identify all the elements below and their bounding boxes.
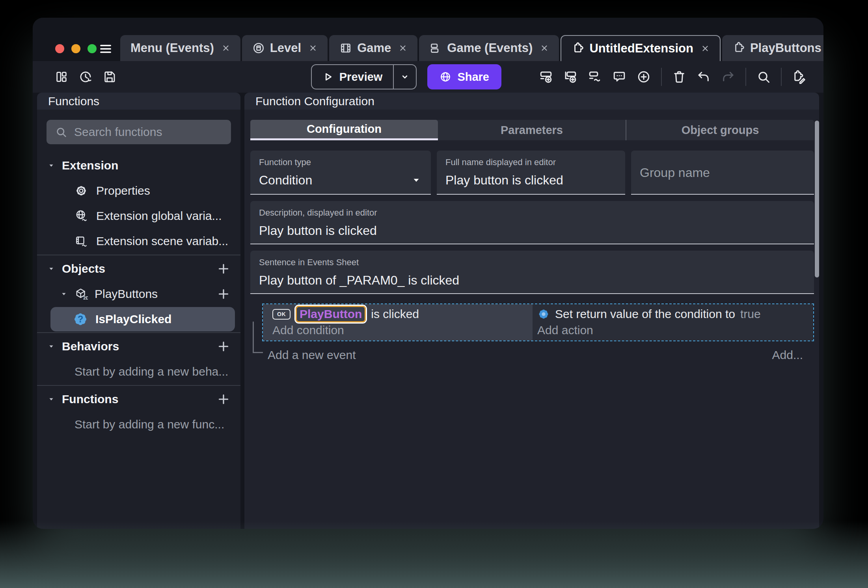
add-function-button[interactable]	[217, 393, 230, 406]
delete-button[interactable]	[672, 70, 686, 84]
tab-object-groups[interactable]: Object groups	[626, 120, 814, 140]
toolbar-divider	[745, 68, 746, 86]
tab-untitled-extension[interactable]: UntitledExtension	[561, 35, 721, 61]
plus-icon	[217, 340, 230, 353]
action-value[interactable]: true	[740, 307, 761, 321]
toolbar: Preview Share	[33, 61, 823, 93]
field-label: Description, displayed in editor	[259, 208, 805, 218]
close-icon[interactable]	[399, 44, 407, 52]
field-value: Play button is clicked	[259, 223, 805, 238]
caret-down-icon[interactable]	[60, 290, 68, 298]
sidebar-item-extension-global-variables[interactable]: Extension global varia...	[37, 203, 240, 229]
save-icon	[103, 70, 116, 84]
add-object-function-button[interactable]	[217, 287, 230, 301]
tab-game-events[interactable]: Game (Events)	[419, 35, 559, 61]
field-value: Play button of _PARAM0_ is clicked	[259, 273, 805, 288]
full-name-field[interactable]: Full name displayed in editor Play butto…	[437, 151, 625, 195]
caret-down-icon[interactable]	[47, 265, 55, 273]
add-other-button[interactable]	[637, 70, 651, 84]
sentence-field[interactable]: Sentence in Events Sheet Play button of …	[250, 251, 814, 294]
vertical-scrollbar-thumb[interactable]	[815, 121, 819, 277]
close-window-button[interactable]	[55, 44, 64, 53]
group-name-field[interactable]	[631, 151, 814, 195]
main-menu-button[interactable]	[98, 42, 113, 56]
sidebar-section-extension[interactable]: Extension	[37, 153, 240, 178]
sidebar-section-objects[interactable]: Objects	[37, 256, 240, 281]
tab-menu-events[interactable]: Menu (Events)	[120, 35, 240, 61]
condition-row[interactable]: OK PlayButton is clicked	[272, 306, 533, 322]
tab-parameters[interactable]: Parameters	[438, 120, 626, 140]
puzzle-icon	[732, 42, 745, 54]
add-event-row: Add a new event Add...	[268, 348, 803, 362]
sidebar-divider	[37, 332, 240, 333]
close-icon[interactable]	[309, 44, 317, 52]
close-icon[interactable]	[701, 44, 710, 53]
puzzle-icon	[572, 42, 584, 55]
dropdown-caret-icon	[411, 175, 421, 185]
undo-button[interactable]	[697, 70, 711, 84]
toolbar-divider	[781, 68, 782, 86]
add-subevent-icon	[563, 70, 577, 84]
edit-extension-button[interactable]	[792, 70, 806, 84]
add-event-variant-button[interactable]	[588, 70, 602, 84]
close-icon[interactable]	[222, 44, 230, 52]
add-subevent-button[interactable]	[563, 70, 577, 84]
traffic-lights	[55, 44, 97, 53]
toolbar-divider	[661, 68, 662, 86]
item-label: IsPlayClicked	[95, 313, 171, 326]
sidebar-item-properties[interactable]: Properties	[37, 178, 240, 203]
search-functions-input[interactable]	[74, 125, 222, 139]
condition-object-chip[interactable]: PlayButton	[296, 306, 366, 322]
add-new-event-button[interactable]: Add a new event	[268, 348, 356, 362]
sidebar-section-behaviors[interactable]: Behaviors	[37, 334, 240, 359]
add-condition-button[interactable]: Add condition	[272, 323, 533, 337]
add-action-button[interactable]: Add action	[537, 323, 813, 337]
item-label: Properties	[96, 184, 150, 197]
caret-down-icon[interactable]	[47, 395, 55, 403]
add-object-button[interactable]	[217, 262, 230, 275]
toggle-panels-button[interactable]	[55, 70, 68, 84]
sidebar-item-extension-scene-variables[interactable]: Extension scene variab...	[37, 229, 240, 254]
conditions-column: OK PlayButton is clicked Add condition	[263, 304, 533, 341]
add-event-variant-icon	[588, 70, 602, 84]
sidebar-divider	[37, 255, 240, 255]
preview-options-button[interactable]	[393, 65, 416, 89]
tab-configuration[interactable]: Configuration	[250, 120, 438, 140]
globe-icon	[440, 71, 451, 83]
sidebar-item-playbuttons[interactable]: 2D PlayButtons	[37, 281, 240, 307]
scene-variable-icon	[75, 234, 88, 248]
save-button[interactable]	[103, 70, 116, 84]
function-configuration-panel: Function Configuration Configuration Par…	[244, 93, 819, 529]
close-icon[interactable]	[540, 44, 549, 52]
add-event-button[interactable]	[539, 70, 553, 84]
redo-icon	[721, 70, 735, 84]
tab-game[interactable]: Game	[329, 35, 417, 61]
share-button[interactable]: Share	[427, 64, 501, 89]
preview-button[interactable]: Preview	[312, 65, 393, 89]
minimize-window-button[interactable]	[71, 44, 80, 53]
search-button[interactable]	[756, 70, 771, 84]
tab-label: PlayButtons (Object)	[750, 41, 823, 55]
search-functions-box[interactable]	[47, 120, 231, 144]
caret-down-icon[interactable]	[47, 342, 55, 350]
action-row[interactable]: Set return value of the condition to tru…	[537, 306, 813, 322]
event-block[interactable]: OK PlayButton is clicked Add condition	[262, 303, 814, 341]
version-history-button[interactable]	[79, 70, 92, 84]
function-type-select[interactable]: Function type Condition	[250, 151, 431, 195]
add-comment-button[interactable]	[612, 70, 626, 84]
add-more-button[interactable]: Add...	[772, 348, 803, 362]
caret-down-icon[interactable]	[47, 162, 55, 169]
description-field[interactable]: Description, displayed in editor Play bu…	[250, 201, 814, 244]
group-name-input[interactable]	[640, 166, 805, 180]
sidebar-section-functions[interactable]: Functions	[37, 387, 240, 412]
tab-level[interactable]: Level	[242, 35, 328, 61]
sidebar-item-isplayclicked[interactable]: ? IsPlayClicked	[50, 307, 235, 331]
main-panel-header: Function Configuration	[244, 93, 819, 110]
add-event-icon	[539, 70, 553, 84]
toolbar-left-group	[55, 70, 116, 84]
add-behavior-button[interactable]	[217, 340, 230, 353]
toolbar-right-group	[539, 68, 806, 86]
tab-playbuttons-object[interactable]: PlayButtons (Object)	[722, 35, 823, 61]
fullscreen-window-button[interactable]	[88, 44, 97, 53]
redo-button[interactable]	[721, 70, 735, 84]
